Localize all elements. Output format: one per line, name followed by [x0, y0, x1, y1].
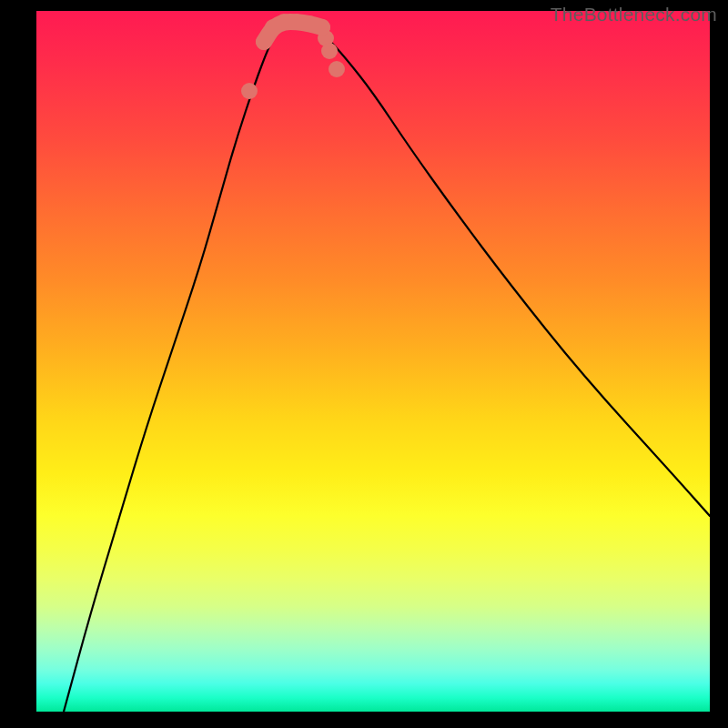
chart-frame: TheBottleneck.com: [0, 0, 728, 728]
marker-trough-markers: [321, 43, 338, 59]
series-trough-band: [264, 22, 322, 42]
marker-trough-markers: [241, 83, 258, 99]
chart-svg: [36, 11, 710, 712]
series-bottleneck-curve: [64, 22, 710, 712]
plot-area: [36, 11, 710, 712]
marker-trough-markers: [329, 61, 345, 77]
watermark-label: TheBottleneck.com: [551, 4, 717, 25]
